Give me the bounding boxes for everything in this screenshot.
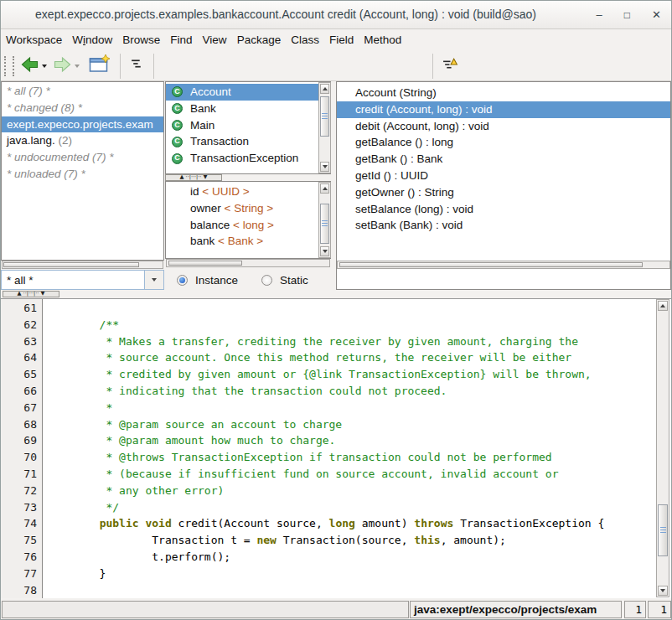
window-title: exept.expecco.projects.examples.bankacco… xyxy=(1,1,671,28)
class-item[interactable]: CTransactionException xyxy=(166,150,330,167)
scroll-up-icon[interactable] xyxy=(658,301,668,311)
code-text: * @throws TransactionException if transa… xyxy=(43,449,552,466)
line-number: 68 xyxy=(1,416,43,433)
scrollbar-thumb[interactable] xyxy=(168,261,242,266)
scroll-down-icon[interactable] xyxy=(320,246,329,256)
code-segment: , amount); xyxy=(441,534,506,546)
scrollbar-thumb[interactable] xyxy=(339,262,643,267)
field-list-hscrollbar[interactable] xyxy=(166,259,330,267)
method-item[interactable]: setBalance (long) : void xyxy=(337,201,670,218)
class-icon: C xyxy=(172,137,183,147)
menu-item-package[interactable]: Package xyxy=(237,34,282,46)
code-line: 72 * any other error) xyxy=(1,483,672,499)
warnings-list-button[interactable] xyxy=(442,58,458,74)
package-item[interactable]: * changed (8) * xyxy=(2,100,163,116)
method-item[interactable]: setBank (Bank) : void xyxy=(337,217,670,234)
menu-item-find[interactable]: Find xyxy=(170,34,192,46)
scroll-down-icon[interactable] xyxy=(320,162,329,172)
method-item[interactable]: Account (String) xyxy=(337,85,670,101)
new-browser-button[interactable] xyxy=(89,54,111,78)
warnings-list-icon xyxy=(442,58,458,74)
back-arrow-icon xyxy=(20,56,39,76)
scrollbar-thumb[interactable] xyxy=(320,96,329,137)
radio-option-static[interactable]: Static xyxy=(261,274,308,287)
field-name: bank xyxy=(190,235,215,247)
combo-dropdown-button[interactable] xyxy=(144,271,163,289)
main-splitter[interactable] xyxy=(1,290,672,298)
scroll-up-icon[interactable] xyxy=(320,84,329,94)
code-line: 76 t.perform(); xyxy=(1,549,672,566)
field-item[interactable]: owner < String > xyxy=(166,200,330,217)
scrollbar-thumb[interactable] xyxy=(320,204,329,244)
class-label: Bank xyxy=(190,101,216,117)
class-field-splitter-handle[interactable]: ▲ ··|···|·· ▼ xyxy=(165,174,222,181)
titlebar[interactable]: exept.expecco.projects.examples.bankacco… xyxy=(1,1,671,29)
method-item[interactable]: credit (Account, long) : void xyxy=(337,101,670,118)
field-item[interactable]: id < UUID > xyxy=(166,183,330,200)
back-button[interactable] xyxy=(20,56,47,76)
class-item[interactable]: CMain xyxy=(166,117,330,134)
menu-item-view[interactable]: View xyxy=(203,34,227,46)
menu-item-browse[interactable]: Browse xyxy=(122,34,160,46)
editor-hscrollbar[interactable] xyxy=(2,601,409,618)
close-button[interactable]: ✕ xyxy=(652,9,661,20)
method-item[interactable]: debit (Account, long) : void xyxy=(337,118,670,135)
method-filter-combo[interactable]: * all * xyxy=(1,270,164,290)
code-line: 78 xyxy=(1,582,672,598)
scrollbar-thumb[interactable] xyxy=(658,504,668,556)
scroll-down-icon[interactable] xyxy=(658,586,668,596)
code-text: * credited by given amount or {@link Tra… xyxy=(43,366,592,383)
method-list-button[interactable] xyxy=(130,58,144,74)
main-splitter-handle[interactable]: ▲ ··|···|·· ▼ xyxy=(3,291,59,297)
method-item[interactable]: getBank () : Bank xyxy=(337,151,670,168)
code-text: t.perform(); xyxy=(43,549,230,566)
forward-button[interactable] xyxy=(53,56,80,76)
method-item[interactable]: getId () : UUID xyxy=(337,168,670,184)
field-name: id xyxy=(190,185,199,198)
status-line-number: 1 xyxy=(624,601,646,618)
method-item[interactable]: getOwner () : String xyxy=(337,184,670,201)
package-item[interactable]: * unloaded (7) * xyxy=(2,166,163,183)
package-item[interactable]: exept.expecco.projects.exam xyxy=(2,116,163,133)
scrollbar-thumb[interactable] xyxy=(3,262,139,267)
class-item[interactable]: CAccount xyxy=(166,84,330,101)
class-item[interactable]: CBank xyxy=(166,101,330,117)
code-segment: * any other error) xyxy=(47,484,224,497)
scroll-up-icon[interactable] xyxy=(320,183,329,194)
minimize-button[interactable]: – xyxy=(597,9,602,20)
code-editor[interactable]: 6162 /**63 * Makes a transfer, crediting… xyxy=(1,298,672,598)
code-line: 68 * @param source an account to charge xyxy=(1,416,672,433)
package-list-hscrollbar[interactable] xyxy=(2,261,163,269)
code-text xyxy=(43,300,47,317)
class-item[interactable]: CTransaction xyxy=(166,133,330,150)
class-list-vscrollbar[interactable] xyxy=(318,82,331,173)
maximize-button[interactable]: □ xyxy=(624,10,630,20)
toolbar-separator xyxy=(153,54,154,79)
menu-item-field[interactable]: Field xyxy=(329,34,354,46)
field-item[interactable]: bank < Bank > xyxy=(166,233,330,250)
menu-item-workspace[interactable]: Workspace xyxy=(6,34,62,46)
radio-icon[interactable] xyxy=(177,275,188,286)
toolbar-drag-handle-icon[interactable] xyxy=(4,56,14,76)
method-item[interactable]: getBalance () : long xyxy=(337,134,670,151)
package-item[interactable]: java.lang. (2) xyxy=(2,132,163,149)
radio-icon[interactable] xyxy=(261,275,272,286)
forward-history-menu-icon[interactable] xyxy=(75,65,80,68)
menu-item-class[interactable]: Class xyxy=(291,34,319,46)
line-number: 65 xyxy=(1,366,43,383)
field-type: < String > xyxy=(221,202,273,214)
field-list-vscrollbar[interactable] xyxy=(318,182,331,258)
radio-option-instance[interactable]: Instance xyxy=(177,274,238,287)
menu-item-method[interactable]: Method xyxy=(364,34,401,46)
package-label: * changed (8) * xyxy=(7,101,82,114)
line-number: 71 xyxy=(1,466,43,483)
package-item[interactable]: * all (7) * xyxy=(2,83,163,100)
back-history-menu-icon[interactable] xyxy=(42,65,47,68)
field-item[interactable]: balance < long > xyxy=(166,217,330,234)
field-name: balance xyxy=(190,219,230,231)
method-list-hscrollbar[interactable] xyxy=(337,261,670,269)
menu-item-window[interactable]: Window xyxy=(72,34,112,46)
statusbar: java:exept/expecco/projects/exam 1 1 xyxy=(1,600,672,619)
package-item[interactable]: * undocumented (7) * xyxy=(2,149,163,166)
editor-vscrollbar[interactable] xyxy=(656,299,669,597)
